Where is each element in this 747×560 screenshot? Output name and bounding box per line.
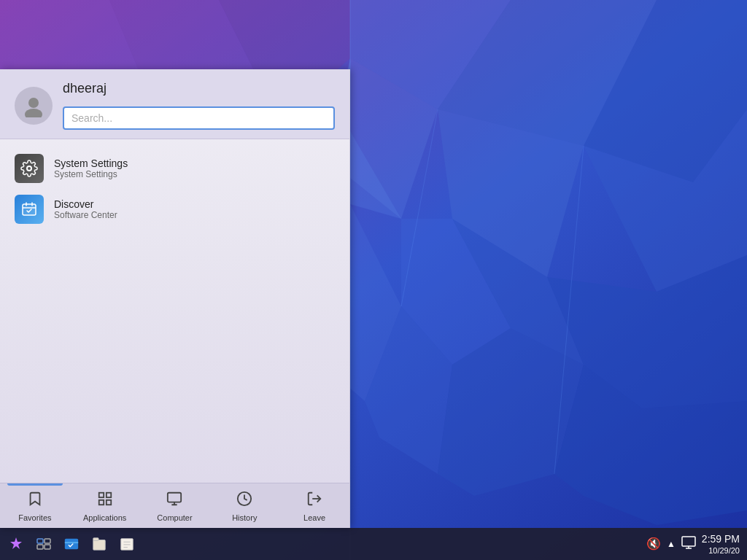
app-item-system-settings[interactable]: System Settings System Settings — [0, 148, 349, 189]
svg-rect-25 — [98, 493, 103, 497]
discover-info: Discover Software Center — [54, 198, 117, 220]
favorites-icon — [27, 491, 43, 510]
app-list: System Settings System Settings Discover… — [0, 139, 349, 483]
svg-rect-34 — [44, 539, 50, 543]
svg-rect-24 — [23, 204, 36, 215]
svg-rect-39 — [93, 540, 106, 551]
avatar-icon — [22, 94, 45, 117]
system-settings-subtitle: System Settings — [54, 169, 128, 179]
tab-computer[interactable]: Computer — [140, 483, 210, 528]
applications-icon — [97, 491, 113, 510]
leave-icon — [306, 491, 322, 510]
taskbar-file-manager[interactable] — [86, 531, 112, 557]
discover-subtitle: Software Center — [54, 210, 117, 220]
menu-header: dheeraj — [0, 69, 349, 139]
history-icon — [236, 491, 252, 510]
username: dheeraj — [63, 81, 335, 96]
tab-leave-label: Leave — [303, 513, 325, 522]
tab-applications[interactable]: Applications — [70, 483, 140, 528]
clock-time: 2:59 PM — [702, 532, 740, 545]
tab-applications-label: Applications — [83, 513, 126, 522]
system-tray-arrow[interactable]: ▲ — [667, 539, 676, 549]
svg-rect-37 — [65, 539, 78, 550]
svg-rect-26 — [107, 493, 111, 497]
system-settings-icon — [15, 154, 44, 183]
discover-icon — [15, 195, 44, 224]
menu-tabs: Favorites Applications Compu — [0, 483, 349, 528]
discover-name: Discover — [54, 198, 117, 210]
clock[interactable]: 2:59 PM 10/29/20 — [702, 532, 740, 556]
taskbar-launcher[interactable] — [3, 531, 29, 557]
search-box[interactable] — [63, 106, 335, 130]
clock-date: 10/29/20 — [702, 545, 740, 556]
tab-computer-label: Computer — [157, 513, 192, 522]
svg-point-21 — [28, 98, 39, 108]
svg-marker-32 — [10, 537, 22, 549]
avatar — [15, 87, 53, 125]
taskbar-left — [0, 531, 143, 557]
taskbar-discover[interactable] — [58, 531, 85, 557]
screen-icon[interactable] — [681, 536, 696, 552]
svg-rect-35 — [37, 545, 43, 549]
tab-history[interactable]: History — [209, 483, 279, 528]
taskbar: 🔇 ▲ 2:59 PM 10/29/20 — [0, 528, 747, 560]
svg-rect-29 — [168, 493, 181, 502]
tab-history-label: History — [232, 513, 257, 522]
svg-rect-36 — [44, 545, 50, 549]
svg-rect-28 — [107, 500, 111, 505]
svg-point-22 — [25, 109, 42, 117]
app-menu: dheeraj System Settings System Settings — [0, 69, 350, 528]
system-settings-info: System Settings System Settings — [54, 158, 128, 179]
computer-icon — [166, 491, 182, 510]
taskbar-right: 🔇 ▲ 2:59 PM 10/29/20 — [639, 532, 747, 556]
tab-favorites[interactable]: Favorites — [0, 483, 70, 528]
system-settings-name: System Settings — [54, 158, 128, 169]
volume-icon[interactable]: 🔇 — [646, 537, 661, 551]
svg-rect-45 — [682, 537, 695, 546]
taskbar-file-manager2[interactable] — [114, 531, 140, 557]
svg-rect-27 — [98, 500, 103, 505]
svg-rect-33 — [37, 539, 43, 543]
search-input[interactable] — [63, 106, 335, 130]
taskbar-pager[interactable] — [31, 531, 57, 557]
svg-rect-38 — [65, 542, 78, 543]
tab-leave[interactable]: Leave — [279, 483, 349, 528]
tab-favorites-label: Favorites — [18, 513, 51, 522]
app-item-discover[interactable]: Discover Software Center — [0, 189, 349, 230]
svg-point-23 — [27, 166, 31, 171]
svg-rect-40 — [93, 538, 98, 541]
